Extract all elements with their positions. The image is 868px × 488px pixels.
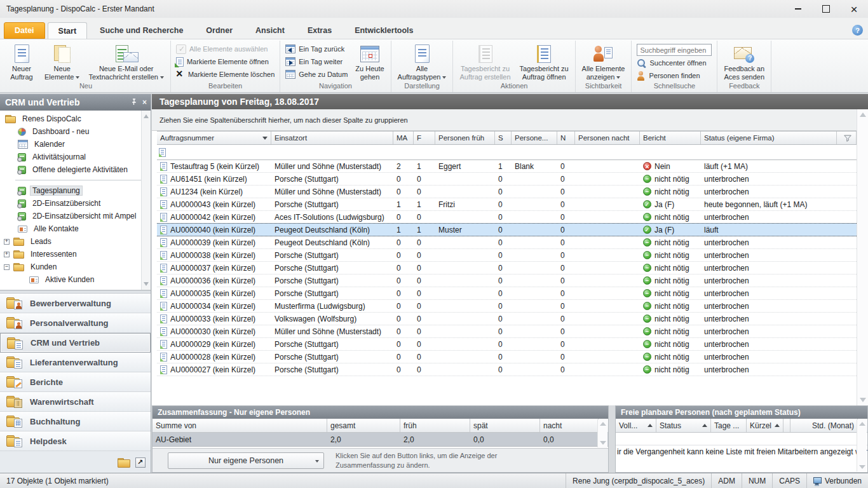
module-buchhaltung[interactable]: Buchhaltung — [0, 412, 151, 431]
free-column-voll[interactable]: Voll... — [616, 419, 656, 432]
markierte-elemente-löschen-button[interactable]: Markierte Elemente löschen — [173, 68, 277, 81]
module-personalverwaltung[interactable]: Personalverwaltung — [0, 313, 151, 333]
sidebar-item-interessenten[interactable]: Interessenten — [0, 248, 151, 261]
table-row-au0000042-kein-kürzel[interactable]: AU0000042 (kein Kürzel)Aces IT-Solutions… — [157, 211, 857, 224]
table-row-au1234-kein-kürzel[interactable]: AU1234 (kein Kürzel)Müller und Söhne (Mu… — [157, 186, 857, 198]
column-header-s[interactable]: S — [495, 132, 512, 144]
sidebar-item-kalender[interactable]: Kalender — [0, 138, 151, 151]
module-helpdesk[interactable]: Helpdesk — [0, 431, 151, 451]
feedback-an-aces-senden-button[interactable]: Feedback anAces senden — [720, 41, 768, 82]
tab-ordner[interactable]: Ordner — [196, 22, 243, 39]
gehe-zu-datum-button[interactable]: Gehe zu Datum — [283, 68, 350, 81]
column-header-f[interactable]: F — [414, 132, 435, 144]
table-row-au0000039-kein-kürzel[interactable]: AU0000039 (kein Kürzel)Peugeot Deutschla… — [157, 236, 857, 249]
neue-e-mail-oder-textnachricht-erstellen-button[interactable]: Neue E-Mail oderTextnachricht erstellen — [85, 41, 167, 82]
tab-datei[interactable]: Datei — [4, 22, 45, 39]
summary-column-spät[interactable]: spät — [470, 419, 540, 432]
scroll-up-icon[interactable] — [144, 114, 149, 118]
group-by-bar[interactable]: Ziehen Sie eine Spaltenüberschrift hierh… — [152, 109, 857, 131]
column-header-ma[interactable]: MA — [393, 132, 414, 144]
sidebar-item-2d-einsatzübersicht-mit-ampel[interactable]: 2D-Einsatzübersicht mit Ampel — [0, 210, 151, 222]
suchcenter-öffnen-button[interactable]: Suchcenter öffnen — [634, 57, 714, 69]
ein-tag-zurück-button[interactable]: Ein Tag zurück — [283, 43, 350, 55]
summary-column-früh[interactable]: früh — [400, 419, 470, 432]
expand-icon[interactable] — [4, 239, 10, 245]
sidebar-item-aktivitätsjournal[interactable]: Aktivitätsjournal — [0, 151, 151, 163]
free-column-std-monat[interactable]: Std. (Monat) — [790, 419, 858, 432]
summary-scrollbar[interactable] — [597, 419, 607, 447]
minimize-button[interactable] — [784, 0, 812, 18]
maximize-button[interactable] — [812, 0, 840, 18]
table-row-au0000027-kein-kürzel[interactable]: AU0000027 (kein Kürzel)Porsche (Stuttgar… — [157, 363, 857, 376]
folder-view-icon[interactable] — [118, 458, 130, 468]
tab-extras[interactable]: Extras — [297, 22, 342, 39]
configure-buttons-icon[interactable] — [135, 458, 146, 468]
summary-column-nacht[interactable]: nacht — [540, 419, 599, 432]
sidebar-item-leads[interactable]: Leads — [0, 235, 151, 248]
table-row-au61451-kein-kürzel[interactable]: AU61451 (kein Kürzel)Porsche (Stuttgart)… — [157, 173, 857, 186]
close-button[interactable] — [840, 0, 868, 18]
free-column-x[interactable] — [783, 419, 790, 432]
table-row-testauftrag-5-kein-kürzel[interactable]: Testauftrag 5 (kein Kürzel)Müller und Sö… — [157, 160, 857, 173]
column-header-bericht[interactable]: Bericht — [640, 132, 701, 144]
scroll-up-icon[interactable] — [860, 112, 866, 117]
module-berichte[interactable]: Berichte — [0, 372, 151, 392]
pin-icon[interactable] — [130, 98, 137, 107]
tab-entwicklertools[interactable]: Entwicklertools — [344, 22, 423, 39]
summary-mode-button[interactable]: Nur eigene Personen — [168, 452, 324, 469]
ein-tag-weiter-button[interactable]: Ein Tag weiter — [283, 55, 350, 68]
summary-row[interactable]: AU-Gebiet2,02,00,00,0 — [153, 433, 608, 447]
free-column-status[interactable]: Status — [656, 419, 711, 432]
search-input[interactable] — [637, 44, 712, 56]
sidebar-item-kunden[interactable]: Kunden — [0, 261, 151, 273]
markierte-elemente-öffnen-button[interactable]: Markierte Elemente öffnen — [173, 55, 277, 68]
scroll-down-icon[interactable] — [600, 441, 606, 445]
table-row-au0000033-kein-kürzel[interactable]: AU0000033 (kein Kürzel)Volkswagen (Wolfs… — [157, 313, 857, 325]
module-warenwirtschaft[interactable]: Warenwirtschaft — [0, 392, 151, 412]
tagesbericht-zu-auftrag-öffnen-button[interactable]: Tagesbericht zuAuftrag öffnen — [516, 41, 573, 82]
scroll-down-icon[interactable] — [860, 398, 866, 402]
table-row-au0000035-kein-kürzel[interactable]: AU0000035 (kein Kürzel)Porsche (Stuttgar… — [157, 287, 857, 300]
filter-icon[interactable] — [843, 134, 852, 142]
zu-heute-gehen-button[interactable]: Zu Heutegehen — [351, 41, 388, 82]
new-row[interactable] — [157, 145, 857, 160]
neuer-auftrag-button[interactable]: NeuerAuftrag — [4, 41, 39, 82]
table-row-au0000028-kein-kürzel[interactable]: AU0000028 (kein Kürzel)Porsche (Stuttgar… — [157, 351, 857, 363]
scroll-up-icon[interactable] — [859, 422, 865, 426]
table-row-au0000038-kein-kürzel[interactable]: AU0000038 (kein Kürzel)Porsche (Stuttgar… — [157, 249, 857, 262]
scroll-up-icon[interactable] — [600, 422, 606, 426]
tab-start[interactable]: Start — [48, 22, 87, 39]
table-row-au0000036-kein-kürzel[interactable]: AU0000036 (kein Kürzel)Porsche (Stuttgar… — [157, 274, 857, 287]
table-row-au0000034-kein-kürzel[interactable]: AU0000034 (kein Kürzel)Musterfirma (Ludw… — [157, 300, 857, 313]
summary-column-summe-von[interactable]: Summe von — [153, 419, 327, 432]
neue-elemente-button[interactable]: NeueElemente — [41, 41, 83, 82]
column-header-persone[interactable]: Persone... — [512, 132, 557, 144]
column-header-personen-früh[interactable]: Personen früh — [435, 132, 495, 144]
summary-column-gesamt[interactable]: gesamt — [327, 419, 400, 432]
sidebar-item-tagesplanung[interactable]: Tagesplanung — [0, 184, 151, 197]
tree-scrollbar[interactable] — [141, 111, 151, 290]
help-icon[interactable]: ? — [852, 25, 863, 36]
column-header-einsatzort[interactable]: Einsatzort — [271, 132, 393, 144]
personen-finden-button[interactable]: Personen finden — [634, 69, 714, 82]
tab-ansicht[interactable]: Ansicht — [245, 22, 295, 39]
table-row-au0000043-kein-kürzel[interactable]: AU0000043 (kein Kürzel)Porsche (Stuttgar… — [157, 198, 857, 211]
sidebar-item-alle-kontakte[interactable]: Alle Kontakte — [0, 222, 151, 235]
table-row-au0000040-kein-kürzel[interactable]: AU0000040 (kein Kürzel)Peugeot Deutschla… — [157, 223, 857, 236]
sidebar-item-dashboard-neu[interactable]: Dashboard - neu — [0, 125, 151, 138]
expand-icon[interactable] — [4, 252, 10, 257]
free-column-kürzel[interactable]: Kürzel — [747, 419, 783, 432]
sidebar-item-aktive-kunden[interactable]: Aktive Kunden — [0, 273, 151, 286]
grid-scrollbar[interactable] — [857, 109, 868, 405]
table-row-au0000037-kein-kürzel[interactable]: AU0000037 (kein Kürzel)Porsche (Stuttgar… — [157, 262, 857, 274]
sidebar-item-2d-einsatzübersicht[interactable]: 2D-Einsatzübersicht — [0, 197, 151, 210]
module-lieferantenverwaltung[interactable]: Lieferantenverwaltung — [0, 353, 151, 372]
table-row-au0000030-kein-kürzel[interactable]: AU0000030 (kein Kürzel)Müller und Söhne … — [157, 325, 857, 338]
module-bewerberverwaltung[interactable]: Bewerberverwaltung — [0, 294, 151, 313]
scroll-down-icon[interactable] — [859, 465, 865, 469]
filter-header-cell[interactable] — [837, 132, 857, 144]
module-crm-und-vertrieb[interactable]: CRM und Vertrieb — [0, 333, 151, 353]
scroll-down-icon[interactable] — [144, 282, 149, 286]
alle-auftragstypen-button[interactable]: AlleAuftragstypen — [394, 41, 451, 82]
sidebar-item-offene-delegierte-aktivitäten[interactable]: Offene delegierte Aktivitäten — [0, 163, 151, 176]
